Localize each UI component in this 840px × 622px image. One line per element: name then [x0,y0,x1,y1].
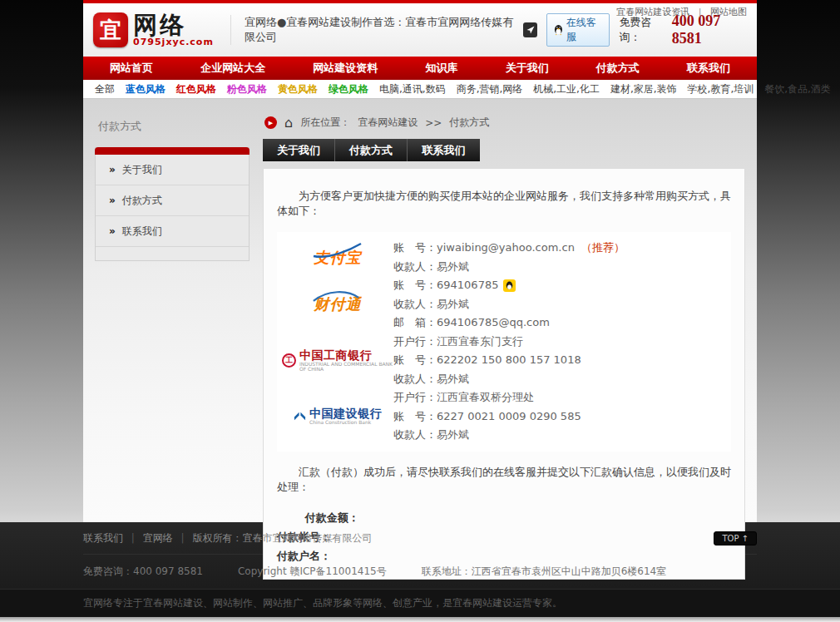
footer-row-slogan: 宜网络专注于宜春网站建设、网站制作、网站推广、品牌形象等网络、创意产业，是宜春网… [0,589,840,617]
sidebar-item-payment[interactable]: » 付款方式 [96,185,249,216]
ccb-logo-icon: 中国建设银行 China Construction Bank [294,407,382,425]
nav-item-about[interactable]: 关于我们 [506,61,549,76]
subnav-item-education[interactable]: 学校,教育,培训 [688,82,754,96]
breadcrumb-site-link[interactable]: 宜春网站建设 [358,116,418,130]
topbar-link-sitemap[interactable]: 网站地图 [710,7,747,17]
subnav-item-pink[interactable]: 粉色风格 [227,82,267,96]
arrow-icon: » [109,195,116,206]
category-subnav: 全部 蓝色风格 红色风格 粉色风格 黄色风格 绿色风格 电脑,通讯,数码 商务,… [83,80,757,99]
payment-card: 为方便客户更加快捷方便的购买使用本站的企业网站服务，我们支持多种常用购买方式，具… [263,168,745,580]
message-icon[interactable] [523,22,536,37]
payment-line: 开户行： 江西宜春双桥分理处 [393,388,731,407]
tab-about[interactable]: 关于我们 [263,139,335,161]
subnav-item-green[interactable]: 绿色风格 [329,82,368,96]
home-icon: ⌂ [284,118,293,128]
sidebar-menu: » 关于我们 » 付款方式 » 联系我们 [95,147,250,261]
payment-line: 收款人： 易外斌 [393,370,731,389]
payment-line: 账 号： yiwaibing@yahoo.com.cn （推荐） [393,239,731,258]
footer-link-contact[interactable]: 联系我们 [83,532,123,544]
breadcrumb: ▶ ⌂ 所在位置： 宜春网站建设 >> 付款方式 [264,116,745,130]
nav-item-contact[interactable]: 联系我们 [687,61,730,76]
site-tagline: 宜网络●宜春网站建设制作首选：宜春市宜网网络传媒有限公司 [230,15,524,45]
topbar: 宜春网站建设资讯 | 网站地图 [616,6,747,18]
sidebar-item-label: 关于我们 [122,163,162,177]
subnav-item-yellow[interactable]: 黄色风格 [278,82,318,96]
footer-address: 联系地址：江西省宜春市袁州区中山中路加贝6楼614室 [422,565,667,579]
footer-link-brand[interactable]: 宜网络 [143,532,173,544]
topbar-link-news[interactable]: 宜春网站建设资讯 [616,7,689,17]
online-service-button[interactable]: 在线客服 [546,13,610,47]
nav-item-payment[interactable]: 付款方式 [596,61,640,76]
payment-table: 支付宝 账 号： yiwaibing@yahoo.com.cn （推荐） 收款人… [277,232,731,452]
field-payment-amount: 付款金额： [277,508,731,527]
icbc-logo-icon: 工 中国工商银行 INDUSTRIAL AND COMMERCIAL BANK … [282,349,393,372]
payment-row-icbc: 工 中国工商银行 INDUSTRIAL AND COMMERCIAL BANK … [282,333,731,389]
nav-item-site-gallery[interactable]: 企业网站大全 [200,61,265,76]
hotline-label: 免费咨询： [619,15,668,45]
payment-line: 收款人： 易外斌 [393,258,731,277]
icbc-emblem-icon: 工 [282,353,296,368]
subnav-item-food[interactable]: 餐饮,食品,酒类 [764,82,831,96]
footer-copyright: 版权所有：宜春市宜网网络传媒有限公司 [192,532,372,544]
payment-row-ccb: 中国建设银行 China Construction Bank 开户行： 江西宜春… [282,388,731,445]
sidebar-item-about[interactable]: » 关于我们 [96,155,249,185]
recommend-tag: （推荐） [581,239,625,258]
tenpay-logo-icon: 财付通 [314,294,362,314]
payment-line: 收款人： 易外斌 [393,426,731,445]
field-payment-name: 付款户名： [277,546,731,565]
tab-payment[interactable]: 付款方式 [335,139,408,161]
footer-slogan: 宜网络专注于宜春网站建设、网站制作、网站推广、品牌形象等网络、创意产业，是宜春网… [83,596,562,610]
site-logo[interactable]: 宜 网络 0795jxyc.com [93,12,214,47]
breadcrumb-current: 付款方式 [449,116,489,130]
alipay-logo-icon: 支付宝 [314,248,362,268]
site-column: 宜春网站建设资讯 | 网站地图 宜 网络 0795jxyc.com 宜网络●宜春… [83,0,757,522]
payment-row-tenpay: 财付通 账 号： 694106785 [282,276,731,333]
payment-line: 收款人： 易外斌 [393,295,731,314]
sidebar-item-label: 付款方式 [122,194,162,208]
nav-item-home[interactable]: 网站首页 [110,61,153,76]
topbar-separator: | [699,7,702,17]
subnav-item-building[interactable]: 建材,家居,装饰 [610,82,677,96]
sidebar-red-bar [95,147,250,155]
payment-line: 账 号： 622202 150 800 157 1018 [393,351,731,370]
logo-domain: 0795jxyc.com [133,37,214,47]
breadcrumb-separator: >> [425,117,442,129]
main-nav: 网站首页 企业网站大全 网站建设资料 知识库 关于我们 付款方式 联系我们 [83,57,757,80]
footer-bottom-strip [0,617,840,622]
logo-seal-icon: 宜 [93,12,128,47]
sidebar-item-label: 联系我们 [122,225,162,239]
main-area: 付款方式 » 关于我们 » 付款方式 » 联系我们 ▶ ⌂ [83,99,757,522]
subnav-item-blue[interactable]: 蓝色风格 [126,82,166,96]
sidebar-title: 付款方式 [98,119,250,134]
sidebar: 付款方式 » 关于我们 » 付款方式 » 联系我们 [95,112,250,522]
payment-line: 开户行： 江西宜春东门支行 [393,333,731,352]
payment-line: 账 号： 6227 0021 0009 0290 585 [393,407,731,427]
remittance-notice: 汇款（付款）成功后，请尽快联系我们的在线客服并提交以下汇款确认信息，以便我们及时… [277,465,731,495]
subnav-item-industry[interactable]: 机械,工业,化工 [533,82,600,96]
arrow-icon: » [109,225,116,237]
arrow-icon: » [109,164,116,175]
bullet-icon: ▶ [264,116,277,129]
payment-line: 账 号： 694106785 [393,276,731,295]
online-service-label: 在线客服 [566,16,603,44]
site-header: 宜春网站建设资讯 | 网站地图 宜 网络 0795jxyc.com 宜网络●宜春… [83,3,757,57]
subnav-item-digital[interactable]: 电脑,通讯,数码 [379,82,446,96]
subnav-item-business[interactable]: 商务,营销,网络 [457,82,523,96]
sidebar-item-contact[interactable]: » 联系我们 [96,216,249,247]
nav-item-knowledge[interactable]: 知识库 [425,61,457,76]
nav-item-build-material[interactable]: 网站建设资料 [313,61,378,76]
breadcrumb-prefix: 所在位置： [300,116,350,130]
qq-penguin-icon [554,24,563,36]
subnav-item-red[interactable]: 红色风格 [176,82,216,96]
content-tabs: 关于我们 付款方式 联系我们 [263,139,745,161]
back-to-top-button[interactable]: TOP ↑ [714,531,757,545]
footer-hotline: 免费咨询：400 097 8581 [83,565,203,579]
content-column: ▶ ⌂ 所在位置： 宜春网站建设 >> 付款方式 关于我们 付款方式 联系我们 … [263,112,745,522]
qq-contact-icon[interactable] [503,279,516,292]
payment-line: 邮 箱： 694106785@qq.com [393,313,731,333]
tab-contact[interactable]: 联系我们 [408,139,480,161]
ccb-emblem-icon [294,410,306,422]
intro-text: 为方便客户更加快捷方便的购买使用本站的企业网站服务，我们支持多种常用购买方式，具… [277,189,731,219]
logo-name: 网络 [133,14,214,37]
subnav-item-all[interactable]: 全部 [95,82,115,96]
